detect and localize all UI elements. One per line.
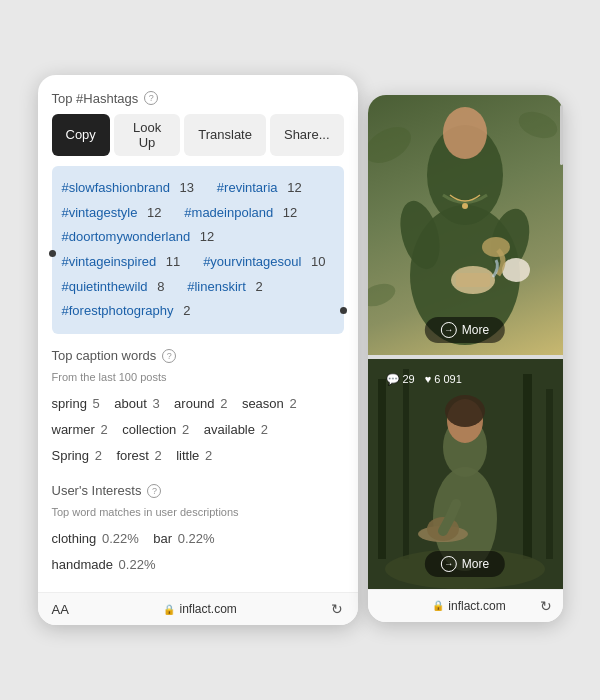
cword-available: available <box>204 422 255 437</box>
tag-2: #revintaria <box>217 180 278 195</box>
left-phone-bottom-bar: AA 🔒 inflact.com ↻ <box>38 592 358 625</box>
more-arrow-top: → <box>441 322 457 338</box>
scrollbar[interactable] <box>560 105 563 165</box>
svg-rect-14 <box>378 379 386 559</box>
translate-button[interactable]: Translate <box>184 114 266 156</box>
hashtags-help-icon[interactable]: ? <box>144 91 158 105</box>
svg-point-22 <box>445 395 485 427</box>
caption-subtitle: From the last 100 posts <box>52 371 344 383</box>
caption-help-icon[interactable]: ? <box>162 349 176 363</box>
likes-stat: ♥ 6 091 <box>425 373 462 385</box>
right-bottom-url: 🔒 inflact.com <box>432 599 505 613</box>
more-button-top[interactable]: → More <box>425 317 505 343</box>
interests-section: User's Interests ? Top word matches in u… <box>52 483 344 578</box>
right-refresh-icon[interactable]: ↻ <box>540 598 552 614</box>
interests-title-text: User's Interests <box>52 483 142 498</box>
url-text: inflact.com <box>179 602 236 616</box>
right-phone-wrapper: → More <box>368 75 563 622</box>
tag-4: #madeinpoland <box>184 205 273 220</box>
bottom-url: 🔒 inflact.com <box>163 602 236 616</box>
svg-point-5 <box>502 258 530 282</box>
tag-7: #yourvintagesoul <box>203 254 301 269</box>
left-phone: Top #Hashtags ? Copy Look Up Translate S… <box>38 75 358 625</box>
svg-point-9 <box>462 203 468 209</box>
lock-icon: 🔒 <box>163 604 175 615</box>
look-up-button[interactable]: Look Up <box>114 114 180 156</box>
image-card-bottom: 💬 29 ♥ 6 091 → More <box>368 359 563 589</box>
cword-forest: forest <box>116 448 149 463</box>
right-phone-bottom-bar: 🔒 inflact.com ↻ <box>368 589 563 622</box>
bottom-aa[interactable]: AA <box>52 602 69 617</box>
heart-icon: ♥ <box>425 373 432 385</box>
iword-bar: bar <box>153 531 172 546</box>
refresh-icon[interactable]: ↻ <box>331 601 343 617</box>
interests-section-title: User's Interests ? <box>52 483 344 498</box>
comments-count: 29 <box>403 373 415 385</box>
top-image <box>368 95 563 355</box>
interests-help-icon[interactable]: ? <box>147 484 161 498</box>
image-card-top: → More <box>368 95 563 355</box>
right-url-text: inflact.com <box>448 599 505 613</box>
svg-rect-17 <box>546 389 553 559</box>
hashtags-title-text: Top #Hashtags <box>52 91 139 106</box>
caption-title-text: Top caption words <box>52 348 157 363</box>
interests-subtitle: Top word matches in user descriptions <box>52 506 344 518</box>
caption-section: Top caption words ? From the last 100 po… <box>52 348 344 469</box>
iword-handmade: handmade <box>52 557 113 572</box>
cword-about: about <box>114 396 147 411</box>
svg-point-8 <box>482 237 510 257</box>
svg-rect-15 <box>403 369 409 559</box>
hashtag-area: #slowfashionbrand 13 #revintaria 12 #vin… <box>52 166 344 334</box>
comment-icon: 💬 <box>386 373 400 386</box>
cword-collection: collection <box>122 422 176 437</box>
top-image-svg <box>368 95 563 355</box>
likes-count: 6 091 <box>434 373 462 385</box>
copy-button[interactable]: Copy <box>52 114 110 156</box>
svg-point-2 <box>443 107 487 159</box>
comments-stat: 💬 29 <box>386 373 415 386</box>
tag-8: #quietinthewild <box>62 279 148 294</box>
svg-point-12 <box>368 279 398 310</box>
iword-clothing: clothing <box>52 531 97 546</box>
tag-10: #forestphotography <box>62 303 174 318</box>
svg-point-11 <box>515 107 561 143</box>
svg-rect-7 <box>456 273 490 287</box>
tag-3: #vintagestyle <box>62 205 138 220</box>
interest-list: clothing 0.22% bar 0.22% handmade 0.22% <box>52 526 344 578</box>
selection-dot-right <box>340 307 347 314</box>
cword-spring: spring <box>52 396 87 411</box>
svg-point-10 <box>368 119 417 170</box>
tag-6: #vintageinspired <box>62 254 157 269</box>
right-lock-icon: 🔒 <box>432 600 444 611</box>
hashtag-list: #slowfashionbrand 13 #revintaria 12 #vin… <box>62 176 334 324</box>
cword-around: around <box>174 396 214 411</box>
tag-5: #doortomywonderland <box>62 229 191 244</box>
cword-spring2: Spring <box>52 448 90 463</box>
selection-dot-left <box>49 250 56 257</box>
right-phone: → More <box>368 95 563 622</box>
tag-1: #slowfashionbrand <box>62 180 170 195</box>
more-label-bottom: More <box>462 557 489 571</box>
cword-warmer: warmer <box>52 422 95 437</box>
hashtag-toolbar: Copy Look Up Translate Share... <box>52 114 344 156</box>
caption-words-list: spring 5 about 3 around 2 season 2 warme… <box>52 391 344 469</box>
hashtags-section-title: Top #Hashtags ? <box>52 91 344 106</box>
stats-bar: 💬 29 ♥ 6 091 <box>376 369 472 390</box>
caption-section-title: Top caption words ? <box>52 348 344 363</box>
cword-season: season <box>242 396 284 411</box>
share-button[interactable]: Share... <box>270 114 344 156</box>
more-label-top: More <box>462 323 489 337</box>
svg-rect-16 <box>523 374 532 559</box>
cword-little: little <box>176 448 199 463</box>
tag-9: #linenskirt <box>187 279 246 294</box>
more-button-bottom[interactable]: → More <box>425 551 505 577</box>
more-arrow-bottom: → <box>441 556 457 572</box>
